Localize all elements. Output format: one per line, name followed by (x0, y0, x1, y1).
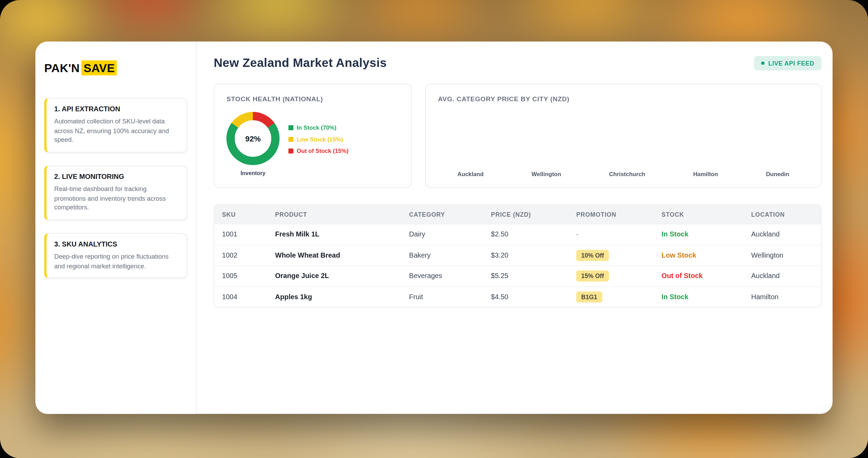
step-body: Deep-dive reporting on price fluctuation… (54, 252, 179, 270)
column-header-category: CATEGORY (409, 211, 491, 218)
cell-category: Dairy (409, 231, 491, 238)
table-row: 1002 Whole Wheat Bread Bakery $3.20 10% … (214, 245, 821, 266)
cell-product: Orange Juice 2L (275, 272, 409, 280)
cell-sku: 1001 (222, 231, 275, 238)
stock-legend: In Stock (70%) Low Stock (15%) Out of St… (289, 112, 348, 154)
column-header-stock: STOCK (662, 211, 751, 218)
stock-health-panel: STOCK HEALTH (NATIONAL) 92% Inventory (214, 84, 412, 188)
cell-category: Beverages (409, 272, 491, 280)
city-label-auckland: Auckland (458, 171, 484, 177)
live-dot-icon (761, 61, 764, 65)
legend-color-swatch-icon (289, 148, 293, 153)
promotion-badge: 10% Off (576, 250, 609, 261)
cell-location: Auckland (751, 272, 821, 280)
live-api-feed-badge: LIVE API FEED (754, 56, 822, 70)
cell-sku: 1004 (222, 293, 275, 301)
stock-donut-chart: 92% (227, 112, 280, 165)
table-row: 1004 Apples 1kg Fruit $4.50 B1G1 In Stoc… (214, 286, 821, 307)
city-label-dunedin: Dunedin (766, 171, 789, 177)
cell-product: Fresh Milk 1L (275, 231, 409, 238)
legend-item-out-of-stock: Out of Stock (15%) (289, 147, 348, 154)
step-title: 2. LIVE MONITORING (54, 173, 179, 181)
promotion-badge: 15% Off (576, 270, 609, 282)
cell-category: Bakery (409, 251, 491, 259)
cell-price: $3.20 (491, 251, 576, 259)
screen: PAK'NSAVE 1. API EXTRACTION Automated co… (0, 0, 868, 458)
column-header-location: LOCATION (751, 211, 821, 218)
city-label-hamilton: Hamilton (693, 171, 718, 177)
sidebar: PAK'NSAVE 1. API EXTRACTION Automated co… (35, 42, 196, 414)
main-content: New Zealand Market Analysis LIVE API FEE… (196, 42, 832, 414)
cell-price: $5.25 (491, 272, 576, 280)
legend-color-swatch-icon (289, 125, 293, 130)
cell-stock: In Stock (662, 231, 751, 238)
logo-text-pakn: PAK'N (44, 61, 80, 74)
cell-location: Auckland (751, 231, 821, 238)
cell-stock: Out of Stock (662, 272, 751, 280)
step-title: 3. SKU ANALYTICS (54, 241, 179, 248)
city-label-wellington: Wellington (532, 171, 561, 177)
promotion-badge: - (576, 231, 578, 238)
city-label-christchurch: Christchurch (609, 171, 645, 177)
sidebar-step-live-monitoring: 2. LIVE MONITORING Real-time dashboard f… (44, 166, 187, 220)
table-header-row: SKU PRODUCT CATEGORY PRICE (NZD) PROMOTI… (214, 205, 821, 224)
table-row: 1001 Fresh Milk 1L Dairy $2.50 - In Stoc… (214, 224, 821, 245)
sku-table: SKU PRODUCT CATEGORY PRICE (NZD) PROMOTI… (214, 205, 822, 308)
step-body: Real-time dashboard for tracking promoti… (54, 184, 179, 212)
dashboard-card: PAK'NSAVE 1. API EXTRACTION Automated co… (35, 42, 832, 414)
page-title: New Zealand Market Analysis (214, 56, 387, 70)
cell-location: Hamilton (751, 293, 821, 301)
cell-product: Apples 1kg (275, 293, 409, 301)
panels-row: STOCK HEALTH (NATIONAL) 92% Inventory (214, 84, 822, 188)
legend-label: Out of Stock (15%) (297, 147, 348, 154)
city-price-panel: AVG. CATEGORY PRICE BY CITY (NZD) Auckla… (425, 84, 821, 188)
cell-sku: 1005 (222, 272, 275, 280)
live-badge-label: LIVE API FEED (768, 60, 814, 67)
page-header: New Zealand Market Analysis LIVE API FEE… (214, 56, 822, 70)
legend-color-swatch-icon (289, 137, 293, 141)
table-row: 1005 Orange Juice 2L Beverages $5.25 15%… (214, 266, 821, 286)
stock-health-title: STOCK HEALTH (NATIONAL) (214, 84, 411, 103)
stock-health-body: 92% Inventory In Stock (70%) (214, 103, 411, 176)
sidebar-step-api-extraction: 1. API EXTRACTION Automated collection o… (44, 98, 187, 153)
cell-sku: 1002 (222, 251, 275, 259)
paknsave-logo: PAK'NSAVE (44, 61, 187, 75)
legend-item-low-stock: Low Stock (15%) (289, 136, 348, 142)
city-axis: Auckland Wellington Christchurch Hamilto… (426, 171, 821, 187)
donut-hole: 92% (235, 120, 271, 157)
column-header-promotion: PROMOTION (576, 211, 662, 218)
column-header-sku: SKU (222, 211, 275, 218)
legend-label: In Stock (70%) (297, 124, 337, 131)
step-title: 1. API EXTRACTION (54, 105, 179, 113)
cell-category: Fruit (409, 293, 491, 301)
legend-label: Low Stock (15%) (297, 136, 343, 142)
step-body: Automated collection of SKU-level data a… (54, 117, 179, 145)
column-header-price: PRICE (NZD) (491, 211, 576, 218)
sidebar-step-sku-analytics: 3. SKU ANALYTICS Deep-dive reporting on … (44, 233, 187, 278)
cell-product: Whole Wheat Bread (275, 251, 409, 259)
donut-wrap: 92% Inventory (227, 112, 280, 176)
donut-axis-label: Inventory (240, 170, 265, 176)
legend-item-in-stock: In Stock (70%) (289, 124, 348, 131)
city-price-title: AVG. CATEGORY PRICE BY CITY (NZD) (426, 84, 821, 103)
cell-location: Wellington (751, 251, 821, 259)
cell-price: $2.50 (491, 231, 576, 238)
cell-price: $4.50 (491, 293, 576, 301)
promotion-badge: B1G1 (576, 291, 602, 302)
donut-center-value: 92% (245, 134, 261, 143)
column-header-product: PRODUCT (275, 211, 409, 218)
cell-stock: In Stock (662, 293, 751, 301)
cell-stock: Low Stock (662, 251, 751, 259)
logo-text-save: SAVE (81, 60, 117, 75)
